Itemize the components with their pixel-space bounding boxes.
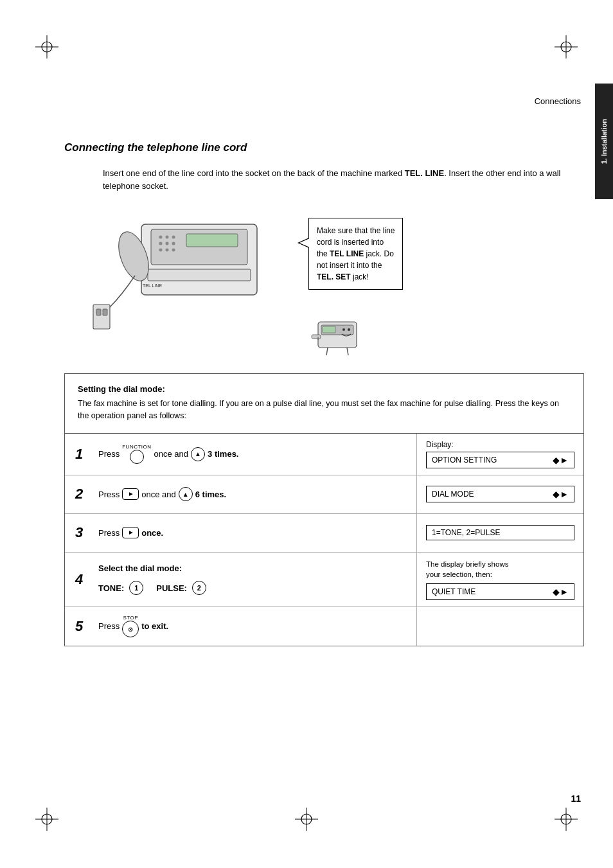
display-box-2: DIAL MODE ◆► xyxy=(426,486,574,502)
step-4-left: 4 Select the dial mode: TONE: 1 PULSE: 2 xyxy=(65,553,416,607)
step-1-left: 1 Press FUNCTION once and ▲ 3 times. xyxy=(65,434,416,475)
step-1-number: 1 xyxy=(75,446,89,463)
step-4-row: 4 Select the dial mode: TONE: 1 PULSE: 2… xyxy=(65,553,583,607)
svg-rect-29 xyxy=(93,305,110,329)
display-box-3: 1=TONE, 2=PULSE xyxy=(426,525,574,540)
instructions-title: Setting the dial mode: xyxy=(78,384,571,394)
page-number: 11 xyxy=(571,793,581,804)
step-5-row: 5 Press STOP ⊗ to exit. xyxy=(65,607,583,646)
display-box-4: QUIET TIME ◆► xyxy=(426,583,574,600)
stop-button-icon: STOP ⊗ xyxy=(122,615,139,637)
instructions-body: The fax machine is set for tone dialling… xyxy=(78,398,571,423)
step-4-number: 4 xyxy=(75,571,89,588)
intro-text: Insert one end of the line cord into the… xyxy=(103,167,584,192)
svg-point-21 xyxy=(166,242,169,245)
svg-rect-27 xyxy=(148,269,251,281)
section-tab: 1. Installation xyxy=(595,84,613,199)
corner-mark-br xyxy=(555,808,578,833)
svg-line-40 xyxy=(326,348,328,355)
step-5-right xyxy=(416,607,583,646)
callout-box: Make sure that the line cord is inserted… xyxy=(308,218,403,290)
svg-rect-38 xyxy=(312,335,321,339)
main-content: Connecting the telephone line cord Inser… xyxy=(64,141,584,791)
svg-text:TEL LINE: TEL LINE xyxy=(143,283,162,288)
up-arrow-button-icon: ▲ xyxy=(191,447,205,461)
svg-point-25 xyxy=(172,249,175,252)
step-3-row: 3 Press ▶ once. 1=TONE, 2=PULSE xyxy=(65,514,583,553)
svg-point-36 xyxy=(342,328,345,331)
svg-point-24 xyxy=(166,249,169,252)
svg-rect-30 xyxy=(96,309,101,315)
step-2-left: 2 Press ▶ once and ▲ 6 times. xyxy=(65,475,416,513)
header-label: Connections xyxy=(535,96,581,106)
svg-point-20 xyxy=(159,242,163,245)
step-5-number: 5 xyxy=(75,618,89,635)
function-button-icon: FUNCTION xyxy=(122,444,151,464)
step-5-text: Press STOP ⊗ to exit. xyxy=(98,615,406,637)
pulse-number-icon: 2 xyxy=(192,581,206,595)
step-2-row: 2 Press ▶ once and ▲ 6 times. DIAL MODE … xyxy=(65,475,583,514)
step-3-text: Press ▶ once. xyxy=(98,527,406,538)
tone-number-icon: 1 xyxy=(129,581,143,595)
step-5-left: 5 Press STOP ⊗ to exit. xyxy=(65,607,416,646)
step-3-number: 3 xyxy=(75,524,89,541)
menu-button-3-icon: ▶ xyxy=(122,527,139,538)
step-1-row: 1 Press FUNCTION once and ▲ 3 times. Dis… xyxy=(65,434,583,475)
display-label-1: Display: xyxy=(426,440,574,449)
corner-mark-bl xyxy=(35,808,58,833)
step-4-right: The display briefly showsyour selection,… xyxy=(416,553,583,607)
section-title: Connecting the telephone line cord xyxy=(64,141,584,154)
svg-point-18 xyxy=(166,236,169,239)
display-box-1: OPTION SETTING ◆► xyxy=(426,452,574,468)
step-4-label: Select the dial mode: xyxy=(98,563,206,573)
svg-point-22 xyxy=(172,242,175,245)
fax-illustration: TEL LINE xyxy=(90,205,296,333)
step-1-right: Display: OPTION SETTING ◆► xyxy=(416,434,583,475)
step-4-display-text: The display briefly showsyour selection,… xyxy=(426,559,574,580)
diagram-area: TEL LINE Make sure that the line cord is… xyxy=(90,205,584,360)
step-1-text: Press FUNCTION once and ▲ 3 times. xyxy=(98,444,406,464)
fax-character-icon xyxy=(308,303,366,360)
bottom-center-mark xyxy=(295,808,318,833)
corner-mark-tr xyxy=(555,35,578,60)
svg-rect-31 xyxy=(103,309,107,315)
svg-point-19 xyxy=(172,236,175,239)
instructions-box: Setting the dial mode: The fax machine i… xyxy=(64,373,584,434)
menu-button-icon: ▶ xyxy=(122,488,139,500)
step-3-right: 1=TONE, 2=PULSE xyxy=(416,514,583,552)
step-4-sub: TONE: 1 PULSE: 2 xyxy=(98,581,206,595)
steps-area: 1 Press FUNCTION once and ▲ 3 times. Dis… xyxy=(64,434,584,646)
step-2-text: Press ▶ once and ▲ 6 times. xyxy=(98,487,406,501)
corner-mark-tl xyxy=(35,35,58,60)
svg-point-37 xyxy=(348,328,350,331)
svg-rect-35 xyxy=(323,326,335,333)
svg-point-23 xyxy=(159,249,163,252)
step-3-left: 3 Press ▶ once. xyxy=(65,514,416,552)
step-2-right: DIAL MODE ◆► xyxy=(416,475,583,513)
svg-line-41 xyxy=(347,348,348,355)
svg-rect-26 xyxy=(186,234,238,247)
up-arrow-button-2-icon: ▲ xyxy=(179,487,193,501)
svg-point-17 xyxy=(159,236,163,239)
step-2-number: 2 xyxy=(75,486,89,502)
